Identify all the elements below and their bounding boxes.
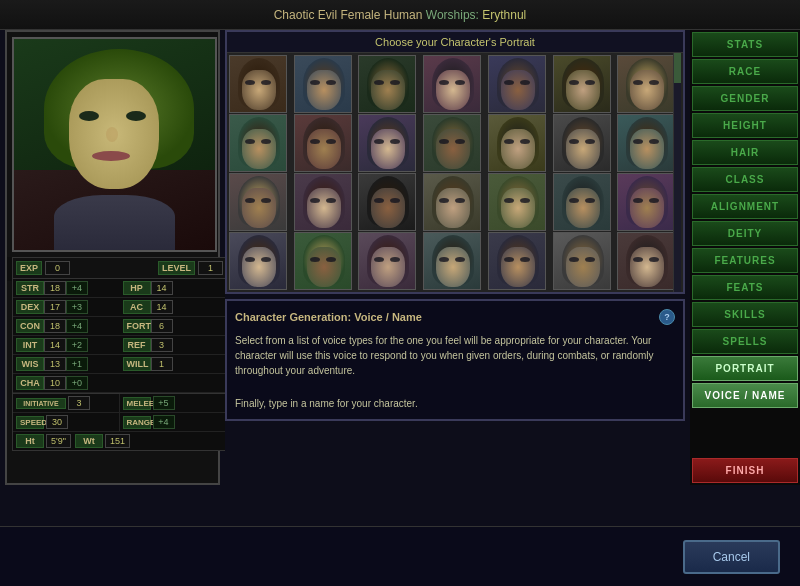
portrait-8[interactable] (294, 114, 352, 172)
nav-height-button[interactable]: HEIGHT (692, 113, 798, 138)
portrait-2[interactable] (358, 55, 416, 113)
ability-scores: STR 18 +4 HP 14 DEX 17 +3 AC 14 (13, 279, 226, 393)
xp-box: EXP 0 (16, 261, 70, 275)
help-icon[interactable]: ? (659, 309, 675, 325)
melee-label: MELEE (123, 397, 151, 410)
level-value: 1 (198, 261, 223, 275)
fort-row: FORT 6 (120, 317, 227, 336)
portrait-grid-wrapper (227, 53, 683, 292)
char-alignment-race: Chaotic Evil Female Human (274, 8, 423, 22)
portrait-21[interactable] (229, 232, 287, 290)
portrait-3[interactable] (423, 55, 481, 113)
right-nav-panel: STATS RACE GENDER HEIGHT HAIR CLASS ALIG… (690, 30, 800, 485)
ac-row: AC 14 (120, 298, 227, 317)
portrait-25[interactable] (488, 232, 546, 290)
portrait-18[interactable] (488, 173, 546, 231)
portrait-4[interactable] (488, 55, 546, 113)
hp-value: 14 (151, 281, 173, 295)
dex-label: DEX (16, 300, 44, 314)
left-panel: EXP 0 LEVEL 1 STR 18 +4 HP 14 (5, 30, 220, 485)
cancel-button[interactable]: Cancel (683, 540, 780, 574)
top-bar: Chaotic Evil Female Human Worships: Eryt… (0, 0, 800, 30)
nav-deity-button[interactable]: DEITY (692, 221, 798, 246)
portrait-19[interactable] (553, 173, 611, 231)
voice-name-description2: Finally, type in a name for your charact… (235, 396, 675, 411)
voice-name-header: Character Generation: Voice / Name ? (235, 309, 675, 325)
portrait-0[interactable] (229, 55, 287, 113)
cha-value: 10 (44, 376, 66, 390)
voice-name-description1: Select from a list of voice types for th… (235, 333, 675, 378)
nav-portrait-button[interactable]: PORTRAIT (692, 356, 798, 381)
melee-item: MELEE +5 (120, 394, 227, 413)
portrait-23[interactable] (358, 232, 416, 290)
initiative-label: INITIATIVE (16, 398, 66, 409)
nav-features-button[interactable]: FEATURES (692, 248, 798, 273)
speed-item: SPEED 30 (13, 413, 120, 432)
wis-value: 13 (44, 357, 66, 371)
portrait-12[interactable] (553, 114, 611, 172)
cha-label: CHA (16, 376, 44, 390)
portrait-14[interactable] (229, 173, 287, 231)
wis-row: WIS 13 +1 (13, 355, 120, 374)
str-row: STR 18 +4 (13, 279, 120, 298)
nav-hair-button[interactable]: HAIR (692, 140, 798, 165)
str-label: STR (16, 281, 44, 295)
portrait-5[interactable] (553, 55, 611, 113)
nav-feats-button[interactable]: FEATS (692, 275, 798, 300)
ac-value: 14 (151, 300, 173, 314)
portrait-17[interactable] (423, 173, 481, 231)
speed-value: 30 (46, 415, 68, 429)
nav-skills-button[interactable]: SKILLS (692, 302, 798, 327)
bottom-bar: Cancel (0, 526, 800, 586)
int-label: INT (16, 338, 44, 352)
wis-mod: +1 (66, 357, 88, 371)
portrait-20[interactable] (617, 173, 675, 231)
weight-item: Wt 151 (75, 434, 130, 448)
combat-stats: INITIATIVE 3 MELEE +5 SPEED 30 RANGED +4 (13, 393, 226, 432)
ranged-item: RANGED +4 (120, 413, 227, 432)
nav-stats-button[interactable]: STATS (692, 32, 798, 57)
height-item: Ht 5'9" (16, 434, 71, 448)
portrait-24[interactable] (423, 232, 481, 290)
nav-spells-button[interactable]: SPELLS (692, 329, 798, 354)
fort-value: 6 (151, 319, 173, 333)
portrait-13[interactable] (617, 114, 675, 172)
scroll-thumb[interactable] (674, 53, 681, 83)
level-label: LEVEL (158, 261, 195, 275)
char-portrait-frame (12, 37, 217, 252)
nav-voice-name-button[interactable]: VOICE / NAME (692, 383, 798, 408)
exp-value: 0 (45, 261, 70, 275)
will-value: 1 (151, 357, 173, 371)
portrait-15[interactable] (294, 173, 352, 231)
portrait-27[interactable] (617, 232, 675, 290)
portrait-11[interactable] (488, 114, 546, 172)
portrait-16[interactable] (358, 173, 416, 231)
worships-label: Worships: (426, 8, 479, 22)
int-mod: +2 (66, 338, 88, 352)
ref-value: 3 (151, 338, 173, 352)
con-value: 18 (44, 319, 66, 333)
portrait-6[interactable] (617, 55, 675, 113)
portrait-7[interactable] (229, 114, 287, 172)
finish-button[interactable]: FINISH (692, 458, 798, 483)
ac-label: AC (123, 300, 151, 314)
nav-class-button[interactable]: CLASS (692, 167, 798, 192)
hp-label: HP (123, 281, 151, 295)
portrait-10[interactable] (423, 114, 481, 172)
portrait-22[interactable] (294, 232, 352, 290)
portrait-9[interactable] (358, 114, 416, 172)
wis-label: WIS (16, 357, 44, 371)
portrait-scrollbar[interactable] (673, 53, 681, 292)
xp-level-row: EXP 0 LEVEL 1 (13, 258, 226, 279)
voice-name-title: Character Generation: Voice / Name (235, 311, 422, 323)
fort-label: FORT (123, 319, 151, 333)
portrait-26[interactable] (553, 232, 611, 290)
portrait-1[interactable] (294, 55, 352, 113)
ranged-value: +4 (153, 415, 175, 429)
nav-gender-button[interactable]: GENDER (692, 86, 798, 111)
nav-alignment-button[interactable]: ALIGNMENT (692, 194, 798, 219)
hp-row: HP 14 (120, 279, 227, 298)
ref-label: REF (123, 338, 151, 352)
ranged-label: RANGED (123, 416, 151, 429)
nav-race-button[interactable]: RACE (692, 59, 798, 84)
